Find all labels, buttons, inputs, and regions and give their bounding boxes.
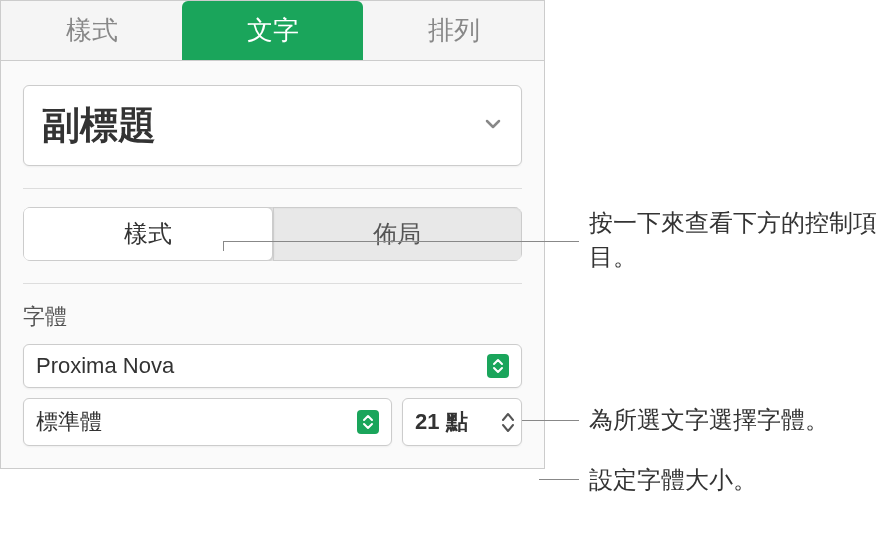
paragraph-style-label: 副標題 xyxy=(42,100,156,151)
callout-line xyxy=(522,420,579,421)
paragraph-style-dropdown[interactable]: 副標題 xyxy=(23,85,522,166)
tab-style[interactable]: 樣式 xyxy=(1,1,182,60)
divider xyxy=(23,283,522,284)
callout-size: 設定字體大小。 xyxy=(589,463,757,497)
font-variant-dropdown[interactable]: 標準體 xyxy=(23,398,392,446)
font-family-dropdown[interactable]: Proxima Nova xyxy=(23,344,522,388)
divider xyxy=(23,188,522,189)
segment-style[interactable]: 樣式 xyxy=(23,207,273,261)
callout-line xyxy=(223,241,579,242)
font-variant-label: 標準體 xyxy=(36,407,102,437)
tab-text[interactable]: 文字 xyxy=(182,1,363,60)
stepper-down-icon[interactable] xyxy=(501,423,515,433)
popup-arrows-icon xyxy=(357,410,379,434)
popup-arrows-icon xyxy=(487,354,509,378)
stepper-up-icon[interactable] xyxy=(501,412,515,422)
stepper-arrows xyxy=(501,412,515,433)
font-family-name: Proxima Nova xyxy=(36,353,174,379)
top-tabs: 樣式 文字 排列 xyxy=(1,1,544,61)
font-size-value: 21 點 xyxy=(415,407,468,437)
segment-layout[interactable]: 佈局 xyxy=(273,207,523,261)
callout-line xyxy=(539,479,579,480)
font-size-stepper[interactable]: 21 點 xyxy=(402,398,522,446)
callout-font: 為所選文字選擇字體。 xyxy=(589,403,829,437)
callout-segment: 按一下來查看下方的控制項目。 xyxy=(589,206,891,273)
font-section-label: 字體 xyxy=(23,302,522,332)
chevron-down-icon xyxy=(483,114,503,138)
callout-line xyxy=(223,241,224,251)
style-layout-segmented: 樣式 佈局 xyxy=(23,207,522,261)
tab-arrange[interactable]: 排列 xyxy=(363,1,544,60)
